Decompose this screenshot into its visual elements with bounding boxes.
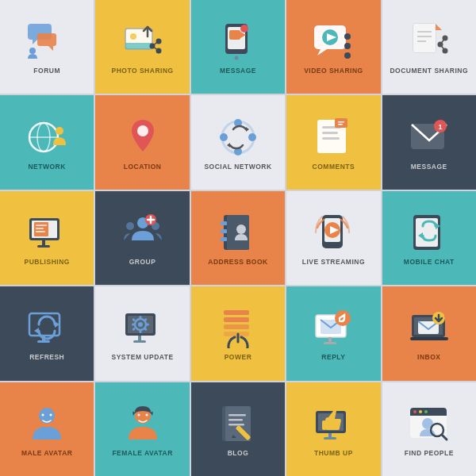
cell-group[interactable]: GROUP	[95, 191, 189, 285]
location-label: LOCATION	[124, 163, 162, 171]
comments-icon	[313, 117, 354, 158]
cell-location[interactable]: LOCATION	[95, 95, 189, 189]
svg-rect-98	[139, 316, 141, 319]
svg-point-27	[344, 52, 351, 59]
svg-rect-134	[228, 419, 243, 421]
address-book-label: ADDRESS BOOK	[208, 258, 267, 266]
svg-rect-77	[221, 221, 227, 225]
svg-point-20	[234, 56, 238, 60]
female-avatar-icon	[122, 403, 163, 444]
cell-forum[interactable]: FORUM	[0, 0, 94, 94]
cell-video-sharing[interactable]: VIDEO SHARING	[286, 0, 380, 94]
svg-point-25	[344, 33, 351, 40]
cell-message[interactable]: MESSAGE	[191, 0, 285, 94]
svg-rect-142	[324, 437, 336, 440]
svg-rect-78	[221, 229, 227, 233]
cell-reply[interactable]: REPLY	[286, 286, 380, 380]
svg-point-43	[137, 125, 148, 136]
network-label: NETWORK	[28, 163, 65, 171]
female-avatar-label: FEMALE AVATAR	[112, 449, 172, 457]
svg-point-147	[419, 410, 422, 413]
svg-point-127	[50, 413, 52, 416]
cell-social-network[interactable]: SOCIAL NETWORK	[191, 95, 285, 189]
svg-rect-140	[322, 420, 326, 430]
svg-rect-107	[133, 340, 146, 343]
inbox-icon	[409, 307, 450, 348]
svg-rect-118	[324, 342, 336, 344]
svg-marker-33	[436, 24, 442, 30]
forum-label: FORUM	[33, 67, 60, 75]
svg-rect-67	[42, 240, 45, 245]
power-label: POWER	[225, 353, 252, 361]
cell-message2[interactable]: 1 MESSAGE	[382, 95, 476, 189]
svg-marker-50	[227, 143, 230, 148]
svg-point-97	[138, 322, 143, 327]
cell-address-book[interactable]: ADDRESS BOOK	[191, 191, 285, 285]
system-update-label: SYSTEM UPDATE	[112, 353, 174, 361]
find-people-label: FIND PEOPLE	[405, 449, 454, 457]
svg-point-126	[42, 413, 44, 416]
cell-network[interactable]: NETWORK	[0, 95, 94, 189]
svg-rect-101	[132, 324, 135, 326]
cell-male-avatar[interactable]: MALE AVATAR	[0, 382, 94, 476]
network-icon	[26, 117, 67, 158]
cell-photo-sharing[interactable]: PHOTO SHARING	[95, 0, 189, 94]
svg-rect-133	[228, 414, 246, 416]
svg-rect-7	[125, 43, 152, 49]
refresh-label: REFRESH	[29, 353, 64, 361]
video-sharing-icon	[313, 21, 354, 62]
cell-refresh[interactable]: REFRESH	[0, 286, 94, 380]
svg-rect-54	[322, 137, 340, 140]
document-sharing-icon	[409, 21, 450, 62]
cell-power[interactable]: POWER	[191, 286, 285, 380]
cell-blog[interactable]: BLOG	[191, 382, 285, 476]
system-update-icon	[122, 307, 163, 348]
cell-document-sharing[interactable]: DOCUMENT SHARING	[382, 0, 476, 94]
cell-comments[interactable]: COMMENTS	[286, 95, 380, 189]
svg-rect-79	[221, 237, 227, 241]
svg-rect-100	[146, 324, 149, 326]
blog-icon	[217, 403, 259, 444]
cell-mobile-chat[interactable]: MOBILE CHAT	[382, 191, 476, 285]
svg-rect-93	[37, 340, 50, 343]
cell-system-update[interactable]: SYSTEM UPDATE	[95, 286, 189, 380]
inbox-label: INBOX	[417, 353, 440, 361]
find-people-icon	[409, 403, 450, 444]
video-sharing-label: VIDEO SHARING	[304, 67, 363, 75]
address-book-icon	[217, 212, 259, 253]
message-icon	[217, 21, 259, 62]
thumb-up-icon	[313, 403, 354, 444]
svg-point-70	[126, 222, 134, 230]
svg-point-46	[248, 133, 256, 141]
message2-label: MESSAGE	[411, 163, 447, 171]
svg-point-130	[145, 413, 148, 416]
svg-marker-1	[33, 40, 37, 44]
svg-rect-117	[328, 337, 332, 342]
svg-point-115	[335, 310, 351, 326]
cell-publishing[interactable]: PUBLISHING	[0, 191, 94, 285]
cell-thumb-up[interactable]: THUMB UP	[286, 382, 380, 476]
svg-rect-141	[328, 433, 332, 437]
cell-female-avatar[interactable]: FEMALE AVATAR	[95, 382, 189, 476]
social-network-label: SOCIAL NETWORK	[204, 163, 271, 171]
svg-rect-135	[228, 424, 244, 426]
group-icon	[122, 212, 163, 253]
message-label: MESSAGE	[220, 67, 256, 75]
cell-find-people[interactable]: FIND PEOPLE	[382, 382, 476, 476]
svg-marker-22	[317, 49, 327, 56]
svg-point-26	[344, 43, 351, 49]
male-avatar-icon	[26, 403, 67, 444]
photo-sharing-label: PHOTO SHARING	[112, 67, 174, 75]
reply-label: REPLY	[321, 353, 345, 361]
svg-rect-121	[410, 337, 448, 340]
svg-rect-29	[413, 24, 436, 52]
svg-point-42	[56, 127, 63, 135]
svg-rect-56	[338, 121, 344, 123]
cell-inbox[interactable]: INBOX	[382, 286, 476, 380]
svg-point-8	[130, 33, 136, 40]
cell-live-streaming[interactable]: LIVE STREAMING	[286, 191, 380, 285]
document-sharing-label: DOCUMENT SHARING	[390, 67, 468, 75]
svg-rect-106	[138, 336, 141, 340]
mobile-chat-label: MOBILE CHAT	[404, 258, 455, 266]
refresh-icon	[26, 307, 67, 348]
